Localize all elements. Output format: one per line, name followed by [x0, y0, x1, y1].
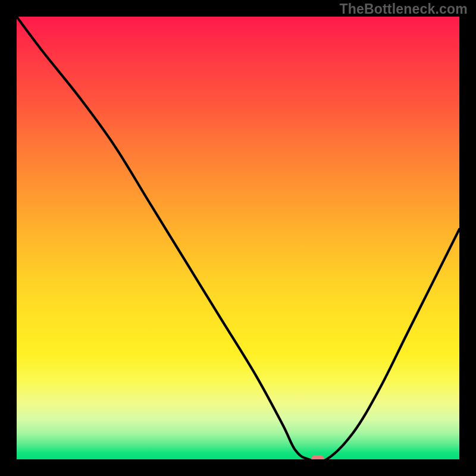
- plot-area: [17, 17, 459, 459]
- watermark-text: TheBottleneck.com: [339, 1, 468, 17]
- chart-frame: TheBottleneck.com: [0, 0, 476, 476]
- bottleneck-curve: [17, 17, 459, 459]
- optimal-point-marker: [311, 455, 324, 459]
